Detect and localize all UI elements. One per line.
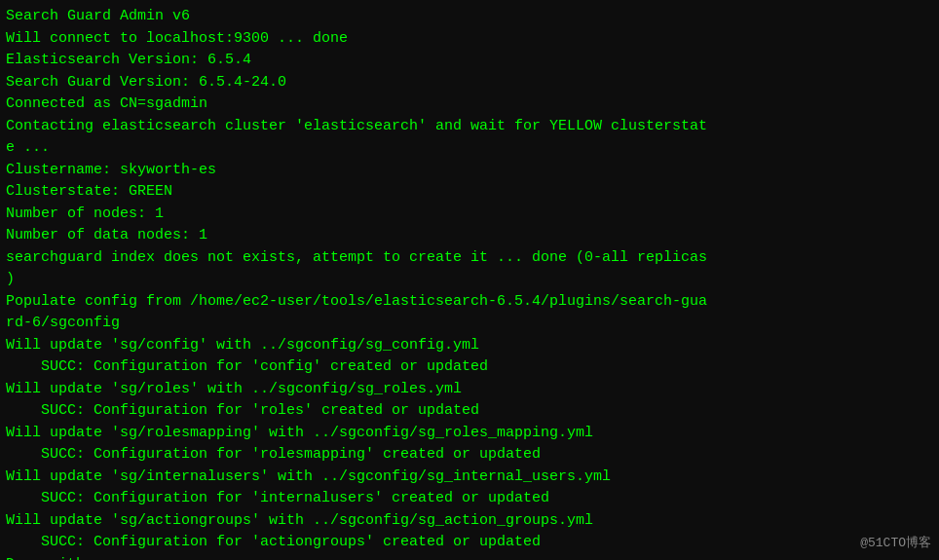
terminal-line: Number of data nodes: 1 bbox=[6, 225, 933, 247]
terminal-line: Elasticsearch Version: 6.5.4 bbox=[6, 50, 933, 72]
terminal-line: SUCC: Configuration for 'config' created… bbox=[6, 356, 933, 379]
terminal-line: SUCC: Configuration for 'roles' created … bbox=[6, 400, 933, 423]
terminal-line: SUCC: Configuration for 'rolesmapping' c… bbox=[6, 444, 933, 467]
terminal-output: Search Guard Admin v6Will connect to loc… bbox=[6, 6, 933, 560]
terminal-line: Populate config from /home/ec2-user/tool… bbox=[6, 291, 933, 335]
terminal-line: Done with success bbox=[6, 554, 933, 561]
terminal-line: Will connect to localhost:9300 ... done bbox=[6, 28, 933, 51]
terminal-line: Search Guard Version: 6.5.4-24.0 bbox=[6, 72, 933, 94]
terminal-line: SUCC: Configuration for 'internalusers' … bbox=[6, 488, 933, 510]
terminal-line: Will update 'sg/roles' with ../sgconfig/… bbox=[6, 379, 933, 401]
terminal-line: Will update 'sg/actiongroups' with ../sg… bbox=[6, 510, 933, 533]
terminal-line: Clustername: skyworth-es bbox=[6, 160, 933, 182]
terminal-line: Search Guard Admin v6 bbox=[6, 6, 933, 28]
terminal-line: Will update 'sg/config' with ../sgconfig… bbox=[6, 335, 933, 357]
terminal-line: searchguard index does not exists, attem… bbox=[6, 247, 933, 291]
terminal-line: SUCC: Configuration for 'actiongroups' c… bbox=[6, 532, 933, 554]
terminal-line: Number of nodes: 1 bbox=[6, 204, 933, 226]
watermark: @51CTO博客 bbox=[860, 534, 931, 553]
terminal-line: Will update 'sg/internalusers' with ../s… bbox=[6, 467, 933, 489]
terminal-line: Will update 'sg/rolesmapping' with ../sg… bbox=[6, 423, 933, 445]
terminal-line: Clusterstate: GREEN bbox=[6, 181, 933, 204]
terminal-line: Connected as CN=sgadmin bbox=[6, 93, 933, 116]
terminal-line: Contacting elasticsearch cluster 'elasti… bbox=[6, 116, 933, 160]
terminal-window: Search Guard Admin v6Will connect to loc… bbox=[0, 0, 939, 560]
